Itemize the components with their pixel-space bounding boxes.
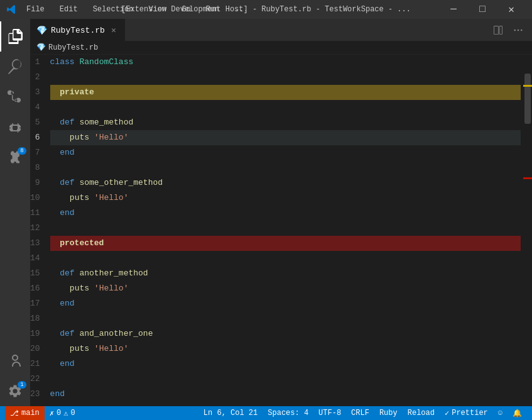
- warning-icon: ⚠: [63, 409, 68, 418]
- code-line-23[interactable]: end: [50, 387, 521, 402]
- code-line-22[interactable]: [50, 372, 521, 387]
- sidebar-item-debug[interactable]: [0, 112, 30, 142]
- line-number-6: 6: [30, 130, 48, 145]
- line-number-21: 21: [30, 356, 48, 372]
- close-button[interactable]: ✕: [497, 0, 526, 19]
- line-number-13: 13: [30, 236, 48, 251]
- sidebar-item-extensions[interactable]: 8: [0, 142, 30, 172]
- sidebar-item-search[interactable]: [0, 52, 30, 82]
- code-line-1[interactable]: class RandomClass: [50, 55, 521, 70]
- tab-bar: 💎 RubyTest.rb ✕: [30, 19, 532, 41]
- feedback-icon: ☺: [498, 409, 502, 417]
- code-line-16[interactable]: puts 'Hello': [50, 281, 521, 296]
- line-number-20: 20: [30, 341, 48, 356]
- line-ending-text: CRLF: [351, 409, 369, 417]
- menu-file[interactable]: File: [21, 4, 50, 15]
- code-line-18[interactable]: [50, 311, 521, 326]
- language-text: Ruby: [379, 409, 398, 417]
- tab-label: RubyTest.rb: [51, 26, 105, 35]
- line-number-2: 2: [30, 70, 48, 85]
- code-line-15[interactable]: def another_method: [50, 266, 521, 281]
- reload-status[interactable]: Reload: [403, 406, 440, 420]
- scrollbar-marker-protected: [523, 177, 532, 179]
- git-branch-text: main: [21, 409, 40, 417]
- tab-rubytest[interactable]: 💎 RubyTest.rb ✕: [30, 19, 125, 41]
- line-number-4: 4: [30, 100, 48, 115]
- code-line-13[interactable]: protected: [50, 236, 521, 251]
- ruby-file-icon: 💎: [36, 25, 47, 36]
- git-icon: ⎇: [10, 409, 19, 418]
- line-number-11: 11: [30, 206, 48, 221]
- split-editor-button[interactable]: [489, 21, 507, 39]
- line-number-18: 18: [30, 311, 48, 326]
- code-line-14[interactable]: [50, 251, 521, 266]
- line-number-15: 15: [30, 266, 48, 281]
- code-line-9[interactable]: def some_other_method: [50, 175, 521, 191]
- spaces-text: Spaces: 4: [268, 409, 308, 417]
- line-ending-status[interactable]: CRLF: [346, 406, 374, 420]
- line-number-1: 1: [30, 55, 48, 70]
- encoding-text: UTF-8: [318, 409, 341, 417]
- error-count: 0: [57, 409, 61, 417]
- tab-close-button[interactable]: ✕: [109, 25, 119, 35]
- maximize-button[interactable]: □: [468, 0, 497, 19]
- line-numbers: 1234567891011121314151617181920212223: [30, 55, 48, 406]
- prettier-status[interactable]: ✓ Prettier: [440, 406, 493, 420]
- code-line-19[interactable]: def and_another_one: [50, 326, 521, 341]
- vscode-icon: [6, 4, 16, 14]
- code-content[interactable]: class RandomClass private def some_metho…: [48, 55, 523, 406]
- line-number-19: 19: [30, 326, 48, 341]
- line-number-23: 23: [30, 387, 48, 402]
- bell-icon: 🔔: [513, 409, 522, 418]
- code-line-2[interactable]: [50, 70, 521, 85]
- code-line-17[interactable]: end: [50, 296, 521, 311]
- errors-status[interactable]: ✗ 0 ⚠ 0: [45, 406, 80, 420]
- scrollbar-thumb[interactable]: [524, 74, 531, 124]
- reload-text: Reload: [408, 409, 435, 417]
- code-line-7[interactable]: end: [50, 145, 521, 160]
- spaces-status[interactable]: Spaces: 4: [263, 406, 313, 420]
- editor-area: 💎 RubyTest.rb ✕ 💎 RubyTest.rb 1234567891…: [30, 19, 532, 406]
- prettier-text: Prettier: [452, 409, 488, 417]
- code-line-11[interactable]: end: [50, 206, 521, 221]
- cursor-position-text: Ln 6, Col 21: [204, 409, 258, 417]
- cursor-position-status[interactable]: Ln 6, Col 21: [198, 406, 263, 420]
- window-title: [Extension Development Host] - RubyTest.…: [121, 5, 411, 14]
- code-line-12[interactable]: [50, 221, 521, 236]
- sidebar-item-explorer[interactable]: [0, 21, 30, 52]
- warning-count: 0: [70, 409, 75, 417]
- code-line-20[interactable]: puts 'Hello': [50, 341, 521, 356]
- breadcrumb: 💎 RubyTest.rb: [30, 41, 532, 55]
- git-branch-status[interactable]: ⎇ main: [5, 406, 45, 420]
- line-number-14: 14: [30, 251, 48, 266]
- notifications-status[interactable]: 🔔: [508, 406, 527, 420]
- activity-bar: 8 1: [0, 19, 30, 406]
- sidebar-item-source-control[interactable]: [0, 82, 30, 112]
- code-line-4[interactable]: [50, 100, 521, 115]
- breadcrumb-filename[interactable]: RubyTest.rb: [48, 43, 98, 52]
- code-line-10[interactable]: puts 'Hello': [50, 191, 521, 206]
- feedback-status[interactable]: ☺: [493, 406, 508, 420]
- scrollbar[interactable]: [523, 55, 532, 406]
- status-bar: ⎇ main ✗ 0 ⚠ 0 Ln 6, Col 21 Spaces: 4 UT…: [0, 406, 532, 420]
- error-icon: ✗: [50, 409, 54, 418]
- line-number-7: 7: [30, 145, 48, 160]
- line-number-5: 5: [30, 115, 48, 130]
- line-number-9: 9: [30, 175, 48, 191]
- code-line-8[interactable]: [50, 160, 521, 175]
- code-line-6[interactable]: puts 'Hello': [50, 130, 521, 145]
- code-line-5[interactable]: def some_method: [50, 115, 521, 130]
- minimize-button[interactable]: ─: [439, 0, 468, 19]
- menu-edit[interactable]: Edit: [55, 4, 83, 15]
- sidebar-item-settings[interactable]: 1: [0, 376, 30, 406]
- code-line-3[interactable]: private: [50, 85, 521, 100]
- language-status[interactable]: Ruby: [374, 406, 403, 420]
- code-line-21[interactable]: end: [50, 356, 521, 372]
- more-actions-button[interactable]: [509, 21, 527, 39]
- line-number-22: 22: [30, 372, 48, 387]
- encoding-status[interactable]: UTF-8: [313, 406, 346, 420]
- editor[interactable]: 1234567891011121314151617181920212223 cl…: [30, 55, 532, 406]
- breadcrumb-file-icon: 💎: [36, 43, 46, 52]
- line-number-12: 12: [30, 221, 48, 236]
- sidebar-item-account[interactable]: [0, 346, 30, 376]
